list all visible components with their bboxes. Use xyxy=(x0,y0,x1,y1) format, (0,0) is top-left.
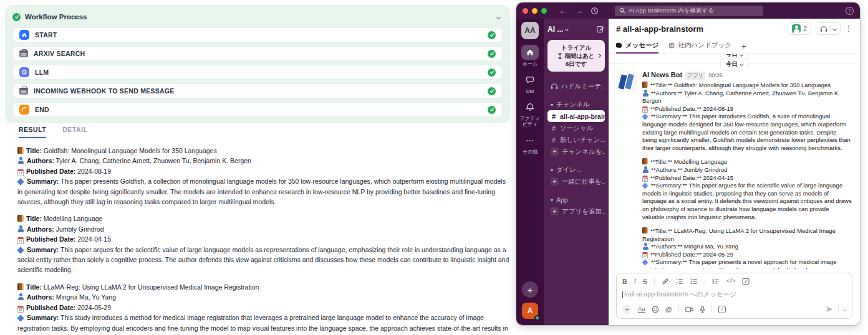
rail-item-activity[interactable]: アクティビティ xyxy=(518,100,542,127)
calendar-icon: 17 xyxy=(642,106,648,113)
more-ellipsis-icon: ⋯ xyxy=(521,133,539,148)
sidebar-channel-all-ai-app-brainstorm[interactable]: # all-ai-app-brain... xyxy=(547,110,605,122)
mic-icon[interactable] xyxy=(700,306,705,313)
message-paper-block: **Title:** Goldfish: Monolingual Languag… xyxy=(642,82,852,152)
plus-icon: + xyxy=(551,148,559,156)
ordered-list-icon[interactable]: 12 xyxy=(676,278,683,285)
tab-messages[interactable]: メッセージ xyxy=(616,39,658,54)
sidebar-channel-new[interactable]: # 新しいチャン... xyxy=(547,134,605,146)
tab-add-button[interactable]: + xyxy=(741,39,746,54)
search-input[interactable]: AI App Brainstorm 内を検索する xyxy=(615,6,763,16)
inline-code-icon[interactable]: </> xyxy=(726,278,735,285)
send-button[interactable] xyxy=(826,306,834,313)
paper-date-line: 17Published Date: 2024-04-15 xyxy=(17,234,511,244)
paper-summary-block: Title: Modelling Language Authors: Jumbl… xyxy=(17,214,511,275)
bold-icon[interactable]: B xyxy=(622,278,627,285)
emoji-icon[interactable] xyxy=(652,306,659,313)
create-new-button[interactable]: + xyxy=(522,281,538,298)
bot-avatar[interactable] xyxy=(616,71,637,92)
sidebar-invite-coworkers[interactable]: + 一緒に仕事を... xyxy=(547,176,605,187)
step-label: LLM xyxy=(35,68,49,76)
divider xyxy=(830,25,831,32)
link-icon[interactable] xyxy=(662,278,669,285)
workspace-header[interactable]: AI ... xyxy=(547,22,605,37)
sidebar-section-dms[interactable]: ▾ ダイレ... xyxy=(547,164,605,176)
paper-summary-line: Summary: This paper presents Goldfish, a… xyxy=(17,176,511,207)
workflow-step-start[interactable]: START xyxy=(12,27,503,42)
trial-banner[interactable]: トライアル 期間はあと 6日です xyxy=(547,40,605,72)
workflow-step-end[interactable]: END xyxy=(12,102,503,117)
workflow-step-incoming-webhook[interactable]: INCOMING WEBHOOK TO SEND MESSAGE xyxy=(12,83,503,98)
sidebar-section-apps[interactable]: ▾ App xyxy=(547,194,605,205)
members-button[interactable]: 2 xyxy=(788,22,811,35)
sidebar-section-channels[interactable]: ▾ チャンネル xyxy=(547,99,605,110)
svg-text:2: 2 xyxy=(676,282,678,285)
paper-title-line: Title: LLaMA-Reg: Using LLaMA 2 for Unsu… xyxy=(17,282,511,292)
workspace-switcher[interactable]: AA xyxy=(521,22,539,39)
channel-name[interactable]: # all-ai-app-brainstorm xyxy=(616,24,703,34)
compose-icon[interactable] xyxy=(596,25,605,34)
success-check-icon xyxy=(488,68,496,77)
tab-detail[interactable]: DETAIL xyxy=(62,126,87,138)
bullet-list-icon[interactable] xyxy=(690,278,698,285)
chevron-down-icon[interactable] xyxy=(842,307,847,311)
message-input[interactable]: #all-ai-app-brainstorm へのメッセージ xyxy=(622,290,846,299)
italic-icon[interactable]: I xyxy=(634,278,637,285)
tab-result[interactable]: RESULT xyxy=(19,126,46,138)
mention-icon[interactable]: @ xyxy=(665,306,672,313)
kebab-menu-icon[interactable]: ⋮ xyxy=(845,24,852,33)
success-check-icon xyxy=(488,50,496,58)
date-divider: 今日 xyxy=(609,64,860,64)
history-clock-icon[interactable] xyxy=(591,7,599,15)
user-avatar[interactable]: A xyxy=(522,303,538,319)
tab-handbook[interactable]: 社内ハンドブック xyxy=(668,39,731,54)
chevron-down-icon xyxy=(566,27,569,31)
blockquote-icon[interactable] xyxy=(712,278,720,285)
workflow-process-title: Workflow Process xyxy=(25,13,87,21)
slash-command-icon[interactable]: / xyxy=(718,306,726,313)
help-icon[interactable]: ? xyxy=(846,7,854,15)
sender-name[interactable]: AI News Bot xyxy=(642,71,682,78)
format-toggle-icon[interactable]: Aa xyxy=(638,306,645,313)
code-block-icon[interactable] xyxy=(742,278,750,285)
success-check-icon xyxy=(12,13,21,21)
huddle-button[interactable] xyxy=(816,22,841,35)
step-label: ARXIV SEARCH xyxy=(34,50,85,57)
paper-title-line: Title: Modelling Language xyxy=(17,214,511,224)
chevron-down-icon xyxy=(740,54,743,56)
message-body: **Title:** Goldfish: Monolingual Languag… xyxy=(642,82,852,269)
workflow-process-header[interactable]: Workflow Process xyxy=(12,10,503,24)
workflow-process-card: Workflow Process START ARXIV SEARCH LLM xyxy=(5,5,510,123)
zoom-window-button[interactable] xyxy=(541,8,547,14)
hourglass-icon xyxy=(557,53,562,59)
sidebar-channel-social[interactable]: # ソーシャル xyxy=(547,122,605,134)
chevron-down-icon[interactable] xyxy=(496,14,501,19)
close-window-button[interactable] xyxy=(523,8,528,14)
paper-summary-block: Title: Goldfish: Monolingual Language Mo… xyxy=(17,146,511,207)
slack-window: ← → AI App Brainstorm 内を検索する ? AA ホーム DM xyxy=(516,2,860,325)
divider xyxy=(654,277,655,285)
back-icon[interactable]: ← xyxy=(559,6,567,15)
sidebar-add-app[interactable]: + アプリを追加... xyxy=(547,205,605,217)
rail-item-dm[interactable]: DM xyxy=(521,72,539,94)
sidebar-item-huddles[interactable]: ハドルミーテ... xyxy=(547,80,605,92)
sidebar-add-channel[interactable]: + チャンネルを... xyxy=(547,146,605,158)
workflow-step-llm[interactable]: LLM xyxy=(12,65,503,80)
rail-item-more[interactable]: ⋯ その他 xyxy=(521,133,539,154)
member-count: 2 xyxy=(803,25,807,32)
hash-icon: # xyxy=(551,136,557,144)
date-pill-today[interactable]: 今日 xyxy=(720,58,749,71)
message-list[interactable]: 今日 今日 AI News Bot xyxy=(609,54,860,269)
rail-item-home[interactable]: ホーム xyxy=(521,45,539,67)
minimize-window-button[interactable] xyxy=(532,8,538,14)
attach-plus-icon[interactable]: + xyxy=(622,304,632,314)
workspace-name: AI ... xyxy=(547,25,563,34)
message-composer[interactable]: B I S 12 </> #all-ai-app-br xyxy=(616,273,852,319)
video-icon[interactable] xyxy=(685,306,693,313)
forward-icon[interactable]: → xyxy=(576,6,583,15)
dm-bubble-icon xyxy=(521,72,539,87)
strikethrough-icon[interactable]: S xyxy=(643,278,647,285)
timestamp[interactable]: 00:26 xyxy=(708,72,723,78)
toolbox-icon xyxy=(19,88,28,95)
workflow-step-arxiv-search[interactable]: ARXIV SEARCH xyxy=(12,46,503,61)
